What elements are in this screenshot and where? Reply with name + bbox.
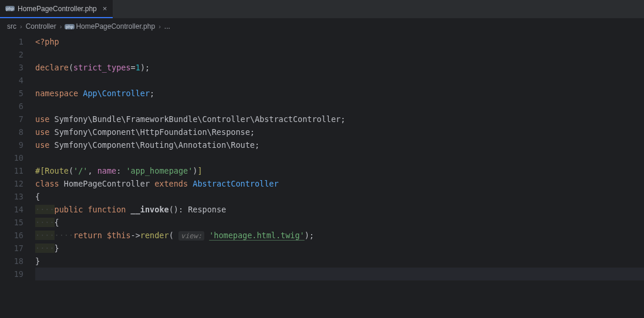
code-line: { [35, 190, 644, 203]
line-number: 13 [0, 190, 23, 203]
line-number: 3 [0, 61, 23, 74]
line-number: 6 [0, 100, 23, 113]
line-number: 4 [0, 74, 23, 87]
code-line: use Symfony\Bundle\FrameworkBundle\Contr… [35, 113, 644, 126]
code-line: class HomePageController extends Abstrac… [35, 177, 644, 190]
chevron-right-icon: › [20, 23, 22, 30]
code-line: <?php [35, 35, 644, 48]
breadcrumb: src › Controller › php HomePageControlle… [0, 19, 644, 34]
code-line: namespace App\Controller; [35, 87, 644, 100]
code-line: declare(strict_types=1); [35, 61, 644, 74]
close-icon[interactable]: × [103, 4, 107, 13]
code-line [35, 268, 644, 280]
line-number: 15 [0, 216, 23, 229]
chevron-right-icon: › [159, 23, 161, 30]
line-number: 19 [0, 268, 23, 280]
line-number: 8 [0, 126, 23, 138]
line-number: 7 [0, 113, 23, 126]
code-line: #[Route('/', name: 'app_homepage')] [35, 164, 644, 177]
tab-bar: php HomePageController.php × [0, 0, 644, 19]
code-line: ····} [35, 242, 644, 255]
editor: 12345678910111213141516171819 <?phpdecla… [0, 34, 644, 318]
code-line: use Symfony\Component\Routing\Annotation… [35, 138, 644, 151]
line-number: 12 [0, 177, 23, 190]
breadcrumb-part[interactable]: src [7, 22, 16, 31]
line-number: 2 [0, 48, 23, 61]
tab-filename: HomePageController.php [18, 5, 97, 13]
line-number: 9 [0, 138, 23, 151]
code-area[interactable]: <?phpdeclare(strict_types=1);namespace A… [34, 34, 644, 318]
line-number: 14 [0, 203, 23, 216]
breadcrumb-part[interactable]: HomePageController.php [76, 22, 155, 31]
line-number: 1 [0, 35, 23, 48]
code-line: ········return $this->render( view: 'hom… [35, 229, 644, 242]
code-line [35, 48, 644, 61]
breadcrumb-part[interactable]: Controller [26, 22, 56, 31]
tab-active[interactable]: php HomePageController.php × [0, 0, 113, 18]
line-number: 11 [0, 164, 23, 177]
php-file-icon: php [6, 5, 14, 13]
code-line: } [35, 255, 644, 268]
line-number: 16 [0, 229, 23, 242]
code-line [35, 100, 644, 113]
line-number: 17 [0, 242, 23, 255]
line-number: 10 [0, 151, 23, 164]
breadcrumb-part[interactable]: ... [164, 22, 170, 31]
code-line [35, 151, 644, 164]
code-line [35, 74, 644, 87]
vertical-scrollbar[interactable] [637, 34, 644, 318]
chevron-right-icon: › [60, 23, 62, 30]
php-file-icon: php [65, 22, 73, 31]
code-line: ····{ [35, 216, 644, 229]
code-line: use Symfony\Component\HttpFoundation\Res… [35, 126, 644, 138]
line-gutter: 12345678910111213141516171819 [0, 34, 34, 318]
line-number: 18 [0, 255, 23, 268]
code-line: ····public function __invoke(): Response [35, 203, 644, 216]
line-number: 5 [0, 87, 23, 100]
